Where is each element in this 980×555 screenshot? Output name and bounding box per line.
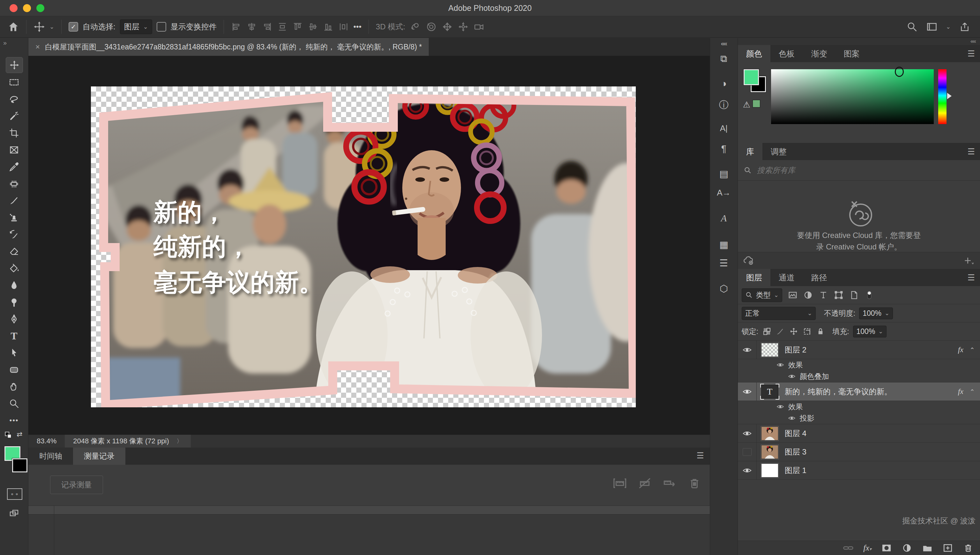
- tab-channels[interactable]: 通道: [770, 269, 803, 286]
- close-tab-icon[interactable]: ×: [35, 42, 40, 51]
- more-options-icon[interactable]: •••: [353, 22, 361, 31]
- layer-filter-dropdown[interactable]: 类型 ⌄: [742, 288, 782, 302]
- eyedropper-tool[interactable]: [6, 159, 22, 175]
- quick-mask-button[interactable]: ⚬⚬: [7, 488, 22, 500]
- visibility-toggle-off[interactable]: [738, 443, 757, 461]
- healing-brush-tool[interactable]: [6, 176, 22, 191]
- tab-swatches[interactable]: 色板: [770, 45, 803, 62]
- paint-bucket-tool[interactable]: [6, 261, 22, 276]
- layer-thumbnail[interactable]: [761, 427, 778, 441]
- search-icon[interactable]: [906, 21, 918, 32]
- panel-menu-icon[interactable]: ☰: [967, 147, 975, 157]
- opacity-input[interactable]: 100% ⌄: [859, 308, 893, 319]
- 3d-icon[interactable]: ⬡: [710, 283, 738, 294]
- document-tab[interactable]: × 白模屋顶平面图__3431ea6e2747a8b2831af14865f9b…: [28, 38, 429, 56]
- distribute-h-icon[interactable]: [338, 22, 349, 32]
- crop-tool[interactable]: [6, 125, 22, 141]
- visibility-toggle[interactable]: [738, 341, 757, 359]
- filter-toggle-icon[interactable]: [865, 290, 874, 300]
- visibility-toggle[interactable]: [738, 424, 757, 443]
- library-search-input[interactable]: [756, 165, 924, 175]
- magic-wand-tool[interactable]: [6, 109, 22, 124]
- tab-timeline[interactable]: 时间轴: [28, 448, 73, 465]
- roll-3d-icon[interactable]: [425, 21, 437, 32]
- export-measurements-icon[interactable]: [662, 477, 677, 489]
- visibility-toggle[interactable]: [776, 362, 784, 368]
- document-size-indicator[interactable]: 2048 像素 x 1198 像素 (72 ppi) 〉: [65, 435, 191, 448]
- type-tool[interactable]: T: [6, 328, 22, 343]
- trash-icon[interactable]: [688, 477, 701, 489]
- fill-input[interactable]: 100% ⌄: [853, 326, 887, 337]
- align-right-icon[interactable]: [261, 22, 273, 32]
- default-colors-icon[interactable]: [4, 431, 13, 440]
- align-h-center-icon[interactable]: [246, 22, 257, 32]
- tab-patterns[interactable]: 图案: [836, 45, 868, 62]
- timeline-icon[interactable]: ☰: [710, 257, 738, 269]
- fx-badge[interactable]: fx: [958, 387, 963, 396]
- panel-menu-icon[interactable]: ☰: [967, 49, 975, 59]
- workspace-icon[interactable]: [926, 21, 938, 32]
- layer-thumbnail[interactable]: [761, 343, 778, 357]
- layer-row[interactable]: 图层 2 fx ⌃: [738, 341, 980, 359]
- move-tool-option-icon[interactable]: [34, 21, 45, 32]
- lock-pixels-icon[interactable]: [776, 327, 785, 336]
- visibility-toggle[interactable]: [788, 415, 796, 421]
- visibility-toggle[interactable]: [776, 404, 784, 409]
- layer-row[interactable]: 图层 3: [738, 443, 980, 461]
- hue-slider-handle[interactable]: [947, 93, 952, 99]
- tab-adjustments[interactable]: 调整: [762, 143, 795, 160]
- align-top-icon[interactable]: [292, 22, 303, 32]
- layer-name[interactable]: 图层 2: [785, 345, 807, 355]
- screen-mode-button[interactable]: [7, 508, 21, 518]
- align-bottom-icon[interactable]: [323, 22, 334, 32]
- adjustments-icon[interactable]: ◑: [710, 78, 738, 89]
- hue-slider[interactable]: [938, 69, 946, 124]
- align-v-center-icon[interactable]: [308, 22, 318, 32]
- zoom-tool[interactable]: [6, 396, 22, 411]
- blend-mode-dropdown[interactable]: 正常 ⌄: [742, 307, 816, 320]
- filter-type-layers-icon[interactable]: [819, 290, 828, 300]
- layer-thumbnail[interactable]: [761, 464, 778, 478]
- effects-row[interactable]: 效果: [738, 401, 980, 412]
- glyphs-icon[interactable]: A: [710, 213, 738, 224]
- layer-row[interactable]: 图层 1: [738, 461, 980, 480]
- background-color-swatch[interactable]: [12, 458, 27, 472]
- path-select-tool[interactable]: [6, 345, 22, 361]
- tab-measurement-log[interactable]: 测量记录: [73, 448, 125, 465]
- delete-layer-icon[interactable]: [963, 543, 974, 553]
- tab-gradients[interactable]: 渐变: [803, 45, 836, 62]
- layer-name[interactable]: 图层 3: [785, 447, 807, 457]
- layer-style-icon[interactable]: fx▾: [863, 543, 871, 553]
- camera-3d-icon[interactable]: [473, 21, 485, 32]
- filter-smart-objects-icon[interactable]: [849, 290, 859, 300]
- layer-thumbnail[interactable]: [761, 445, 778, 459]
- paragraph-styles-icon[interactable]: A→: [710, 188, 738, 198]
- show-transform-checkbox[interactable]: [157, 22, 166, 32]
- filter-adjustment-layers-icon[interactable]: [803, 290, 813, 300]
- document-canvas[interactable]: 新的， 纯新的， 毫无争议的新。: [91, 87, 636, 407]
- paragraph-icon[interactable]: ¶: [710, 143, 738, 154]
- auto-select-checkbox[interactable]: ✓: [69, 22, 78, 32]
- chevron-down-icon[interactable]: ⌄: [946, 23, 951, 30]
- marquee-tool[interactable]: [6, 75, 22, 90]
- tab-layers[interactable]: 图层: [738, 269, 770, 286]
- orbit-3d-icon[interactable]: [410, 21, 421, 32]
- gamut-warning-icon[interactable]: ⚠: [743, 100, 750, 110]
- dodge-tool[interactable]: [6, 294, 22, 310]
- select-measurements-icon[interactable]: [613, 477, 627, 489]
- filter-shape-layers-icon[interactable]: [834, 290, 844, 300]
- panel-menu-icon[interactable]: ☰: [697, 451, 704, 460]
- gamut-color-swatch[interactable]: [752, 100, 760, 107]
- history-brush-tool[interactable]: [6, 227, 22, 242]
- character-styles-icon[interactable]: ▤: [710, 168, 738, 179]
- text-layer-thumbnail[interactable]: T: [761, 385, 778, 399]
- effect-row[interactable]: 颜色叠加: [738, 371, 980, 382]
- chevron-down-icon[interactable]: ⌄: [50, 23, 54, 30]
- deselect-measurements-icon[interactable]: [638, 477, 652, 489]
- character-icon[interactable]: A|: [710, 124, 738, 133]
- auto-select-dropdown[interactable]: 图层 ⌄: [120, 19, 152, 34]
- effects-row[interactable]: 效果: [738, 359, 980, 371]
- clone-source-icon[interactable]: ⧉: [710, 53, 738, 64]
- clone-stamp-tool[interactable]: [6, 210, 22, 225]
- filter-pixel-layers-icon[interactable]: [788, 290, 797, 300]
